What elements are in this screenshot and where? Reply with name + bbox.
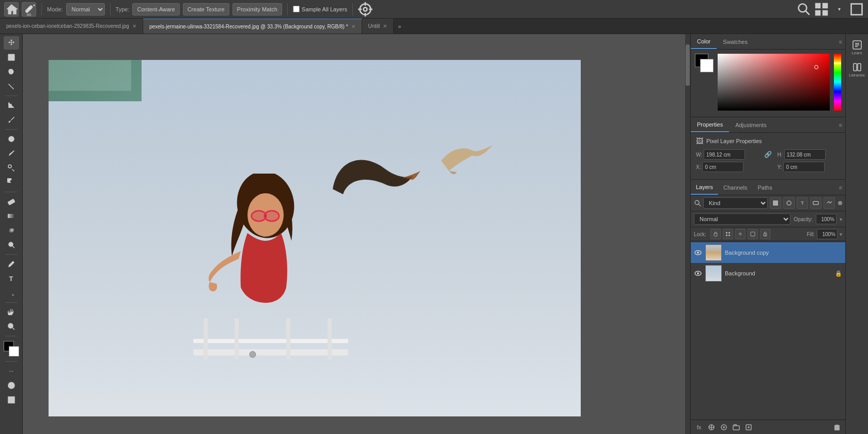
shape-filter-btn[interactable] [810, 197, 822, 209]
svg-rect-50 [765, 235, 766, 236]
fill-input[interactable] [817, 229, 838, 239]
maximize-button[interactable] [849, 2, 864, 17]
layers-tab[interactable]: Layers [691, 180, 718, 195]
canvas-content [49, 60, 581, 416]
layer-item-background-copy[interactable]: Background copy [691, 242, 845, 263]
adjustments-tab[interactable]: Adjustments [729, 117, 773, 132]
layer-item-background[interactable]: Background 🔒 [691, 263, 845, 284]
pen-tool[interactable] [4, 257, 19, 271]
screen-mode-button[interactable] [4, 393, 19, 407]
workspace-dropdown-button[interactable]: ▾ [832, 2, 846, 17]
move-tool[interactable] [4, 36, 19, 50]
hand-tool[interactable] [4, 305, 19, 319]
lock-artboard-btn[interactable] [748, 229, 758, 239]
lock-image-btn[interactable] [723, 229, 733, 239]
foreground-background-colors[interactable] [4, 341, 19, 357]
type-filter-btn[interactable]: T [797, 197, 808, 209]
smart-filter-btn[interactable] [824, 197, 835, 209]
add-adjustment-button[interactable] [719, 422, 729, 432]
swatches-tab[interactable]: Swatches [717, 34, 754, 49]
more-tools[interactable]: ··· [4, 364, 19, 378]
arrange-windows-button[interactable] [814, 2, 829, 17]
marquee-rect-tool[interactable] [4, 51, 19, 64]
blur-tool[interactable] [4, 224, 19, 237]
fill-arrow[interactable]: ▾ [840, 231, 842, 237]
tab-2-close[interactable]: ✕ [351, 24, 355, 29]
opacity-arrow[interactable]: ▾ [840, 216, 842, 222]
spot-heal-tool[interactable] [4, 132, 19, 146]
canvas-scroll-thumb-v[interactable] [686, 44, 690, 86]
color-background[interactable] [700, 59, 714, 72]
tab-3[interactable]: Untitl ✕ [362, 19, 394, 34]
color-panel-menu[interactable]: ≡ [836, 39, 845, 45]
clone-stamp-tool[interactable] [4, 161, 19, 175]
width-input[interactable] [704, 149, 745, 160]
layer-visibility-background-copy[interactable] [694, 249, 702, 257]
tab-3-close[interactable]: ✕ [383, 23, 387, 29]
add-group-button[interactable] [731, 422, 741, 432]
brush-tool[interactable] [4, 147, 19, 160]
lasso-tool[interactable] [4, 65, 19, 79]
gradient-tool[interactable] [4, 209, 19, 223]
path-select-tool[interactable] [4, 286, 19, 300]
learn-button[interactable]: Learn [849, 38, 865, 57]
layers-kind-dropdown[interactable]: Kind [703, 197, 768, 209]
canvas-area[interactable] [23, 34, 690, 434]
search-button[interactable] [797, 2, 811, 17]
opacity-input[interactable] [816, 214, 836, 224]
blend-mode-dropdown[interactable]: Normal [694, 213, 791, 225]
magic-wand-tool[interactable] [4, 80, 19, 93]
tab-more-button[interactable]: » [394, 19, 405, 34]
type-tool[interactable]: T [4, 272, 19, 285]
delete-layer-button[interactable] [832, 422, 842, 432]
window-element [49, 60, 131, 91]
background-color[interactable] [9, 346, 19, 357]
home-button[interactable] [4, 2, 19, 17]
history-brush-tool[interactable] [4, 176, 19, 189]
libraries-label: Libraries [849, 73, 865, 78]
layers-panel-menu[interactable]: ≡ [836, 184, 845, 191]
add-style-button[interactable]: fx [694, 422, 704, 432]
proximity-match-button[interactable]: Proximity Match [233, 3, 282, 16]
properties-menu[interactable]: ≡ [836, 122, 845, 128]
lock-transparent-btn[interactable] [710, 229, 721, 239]
paths-tab[interactable]: Paths [753, 180, 778, 195]
target-button[interactable] [358, 2, 373, 17]
canvas-vertical-scrollbar[interactable] [685, 34, 690, 434]
sample-all-layers-checkbox[interactable] [293, 6, 300, 12]
height-input[interactable] [784, 149, 826, 160]
channels-tab[interactable]: Channels [718, 180, 752, 195]
props-dimensions-grid: W: 🔗 H: X: Y: [696, 149, 840, 172]
pixel-filter-btn[interactable] [770, 197, 781, 209]
lock-position-btn[interactable]: ✛ [735, 229, 746, 239]
color-picker-area [691, 50, 845, 115]
link-dimensions-icon[interactable]: 🔗 [762, 151, 774, 158]
adjustment-filter-btn[interactable] [783, 197, 795, 209]
lock-all-btn[interactable] [760, 229, 770, 239]
properties-tab[interactable]: Properties [691, 117, 729, 132]
mode-dropdown[interactable]: Normal Replace [66, 3, 105, 16]
content-aware-button[interactable]: Content-Aware [132, 3, 179, 16]
add-mask-button[interactable] [706, 422, 717, 432]
tab-1[interactable]: pexels-ion-ceban-ionelceban-2929835-Reco… [0, 19, 143, 34]
x-input[interactable] [702, 162, 743, 172]
tab-1-close[interactable]: ✕ [132, 23, 136, 29]
spot-heal-tool-indicator[interactable]: 🩹 ▾ 90 [22, 2, 36, 17]
color-foreground-background[interactable] [695, 54, 714, 72]
libraries-button[interactable]: Libraries [849, 60, 865, 80]
create-texture-button[interactable]: Create Texture [183, 3, 229, 16]
color-hue-strip[interactable] [834, 54, 841, 111]
eyedropper-tool[interactable] [4, 113, 19, 127]
color-tab[interactable]: Color [691, 34, 717, 49]
new-layer-button[interactable] [743, 422, 754, 432]
zoom-tool[interactable] [4, 320, 19, 333]
quick-mask-toggle[interactable] [4, 379, 19, 392]
y-input[interactable] [783, 162, 825, 172]
layer-visibility-background[interactable] [694, 269, 702, 277]
sample-all-layers-label[interactable]: Sample All Layers [293, 6, 347, 12]
tab-2[interactable]: pexels-jermaine-ulinwa-3321584-Recovered… [143, 19, 362, 34]
color-gradient-picker[interactable] [718, 54, 830, 111]
eraser-tool[interactable] [4, 195, 19, 208]
crop-tool[interactable] [4, 99, 19, 112]
dodge-tool[interactable] [4, 238, 19, 252]
